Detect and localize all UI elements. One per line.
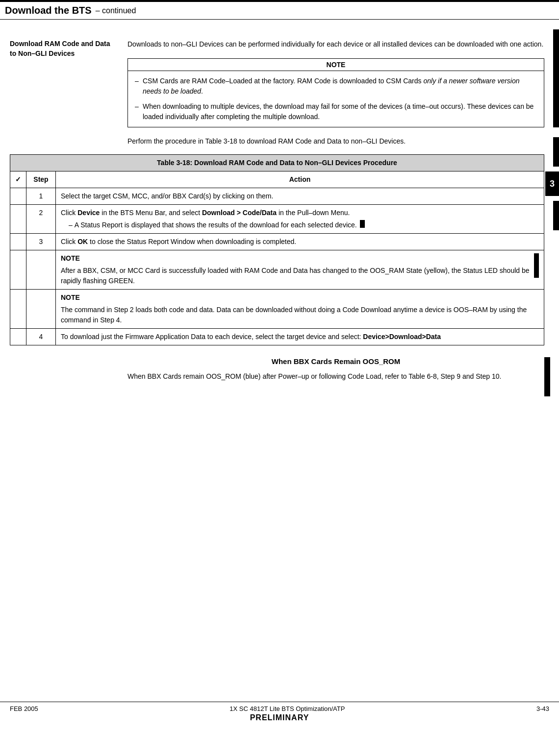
table-note-row-2: NOTE The command in Step 2 loads both co… — [10, 290, 544, 329]
note-item-1: CSM Cards are RAM Code–Loaded at the fac… — [135, 76, 537, 97]
action-cell-4: To download just the Firmware Applicatio… — [56, 329, 544, 345]
check-cell-3 — [10, 234, 26, 250]
page-footer: FEB 2005 1X SC 4812T Lite BTS Optimizati… — [0, 702, 559, 725]
footer-center: 1X SC 4812T Lite BTS Optimization/ATP — [229, 705, 345, 712]
action-cell-2: Click Device in the BTS Menu Bar, and se… — [56, 205, 544, 234]
page-header: Download the BTS – continued — [0, 1, 559, 20]
bbx-left — [10, 357, 127, 382]
action-main-2: Click Device in the BTS Menu Bar, and se… — [61, 208, 539, 218]
action-cell-3: Click OK to close the Status Report Wind… — [56, 234, 544, 250]
chapter-number: 3 — [550, 179, 555, 189]
section-label: Download RAM Code and Data to Non–GLI De… — [10, 39, 127, 154]
accent-bar-1 — [553, 29, 559, 127]
table-caption: Table 3-18: Download RAM Code and Data t… — [10, 155, 544, 171]
bbx-heading: When BBX Cards Remain OOS_ROM — [127, 357, 544, 366]
bbx-right: When BBX Cards Remain OOS_ROM When BBX C… — [127, 357, 544, 382]
note-row-title-2: NOTE — [61, 293, 539, 303]
note-title: NOTE — [128, 59, 544, 71]
step-cell-note2 — [26, 290, 56, 329]
bbx-body: When BBX Cards remain OOS_ROM (blue) aft… — [127, 371, 544, 382]
check-cell-1 — [10, 188, 26, 205]
section-layout: Download RAM Code and Data to Non–GLI De… — [10, 39, 544, 154]
accent-bar-2 — [553, 137, 559, 167]
footer-left: FEB 2005 — [10, 705, 38, 712]
perform-paragraph: Perform the procedure in Table 3-18 to d… — [127, 136, 544, 146]
table-header-row: ✓ Step Action — [10, 171, 544, 188]
note-item-2: When downloading to multiple devices, th… — [135, 101, 537, 122]
chapter-number-box: 3 — [545, 171, 559, 196]
footer-top: FEB 2005 1X SC 4812T Lite BTS Optimizati… — [10, 705, 549, 712]
action-cell-note2: NOTE The command in Step 2 loads both co… — [56, 290, 544, 329]
note-list: CSM Cards are RAM Code–Loaded at the fac… — [135, 76, 537, 122]
section-title-line1: Download RAM Code and Data — [10, 39, 123, 49]
note-row-title-1: NOTE — [61, 253, 531, 264]
table-row: 4 To download just the Firmware Applicat… — [10, 329, 544, 345]
step-cell-2: 2 — [26, 205, 56, 234]
section-heading: Download RAM Code and Data to Non–GLI De… — [10, 39, 123, 58]
action-cell-note1: NOTE After a BBX, CSM, or MCC Card is su… — [56, 250, 544, 290]
procedure-table: Table 3-18: Download RAM Code and Data t… — [10, 154, 544, 345]
header-title: Download the BTS — [5, 5, 92, 16]
check-cell-4 — [10, 329, 26, 345]
note-row-body-1: After a BBX, CSM, or MCC Card is success… — [61, 266, 531, 286]
table-note-row-1: NOTE After a BBX, CSM, or MCC Card is su… — [10, 250, 544, 290]
note-row-body-2: The command in Step 2 loads both code an… — [61, 305, 539, 325]
section-title-line2: to Non–GLI Devices — [10, 49, 123, 59]
bbx-section: When BBX Cards Remain OOS_ROM When BBX C… — [10, 357, 544, 382]
step-cell-3: 3 — [26, 234, 56, 250]
step-cell-note1 — [26, 250, 56, 290]
main-content: 3 Download RAM Code and Data to Non–GLI … — [0, 20, 559, 725]
footer-right: 3-43 — [536, 705, 549, 712]
check-cell-2 — [10, 205, 26, 234]
footer-prelim: PRELIMINARY — [10, 713, 549, 722]
note-box: NOTE CSM Cards are RAM Code–Loaded at th… — [127, 58, 544, 127]
step-cell-1: 1 — [26, 188, 56, 205]
note-content: CSM Cards are RAM Code–Loaded at the fac… — [128, 71, 544, 127]
table-row: 3 Click OK to close the Status Report Wi… — [10, 234, 544, 250]
action-sub-2: – A Status Report is displayed that show… — [61, 220, 539, 230]
col-check: ✓ — [10, 171, 26, 188]
col-action: Action — [56, 171, 544, 188]
marker-2 — [360, 220, 365, 228]
header-continued: – continued — [96, 6, 136, 15]
intro-paragraph: Downloads to non–GLI Devices can be perf… — [127, 39, 544, 49]
check-cell-note1 — [10, 250, 26, 290]
table-caption-row: Table 3-18: Download RAM Code and Data t… — [10, 155, 544, 171]
accent-bar-bbx — [544, 357, 550, 396]
accent-bar-3 — [553, 201, 559, 230]
step-cell-4: 4 — [26, 329, 56, 345]
marker-note1 — [534, 253, 539, 278]
col-step: Step — [26, 171, 56, 188]
action-cell-1: Select the target CSM, MCC, and/or BBX C… — [56, 188, 544, 205]
table-row: 1 Select the target CSM, MCC, and/or BBX… — [10, 188, 544, 205]
section-content: Downloads to non–GLI Devices can be perf… — [127, 39, 544, 154]
table-row: 2 Click Device in the BTS Menu Bar, and … — [10, 205, 544, 234]
check-cell-note2 — [10, 290, 26, 329]
